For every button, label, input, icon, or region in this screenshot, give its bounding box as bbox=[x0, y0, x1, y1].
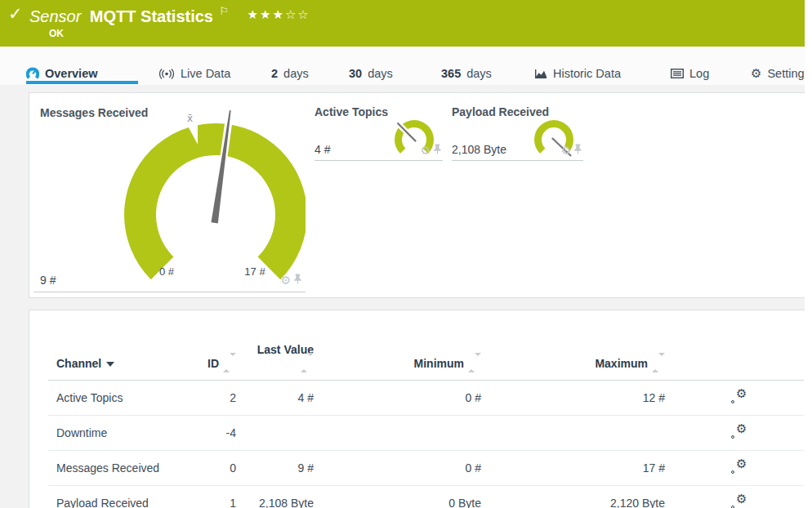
status-check-icon: ✓ bbox=[8, 4, 23, 24]
area-chart-icon bbox=[534, 69, 547, 79]
table-row[interactable]: Payload Received 1 2,108 Byte 0 Byte 2,1… bbox=[48, 486, 804, 508]
gear-icon: ⚙ bbox=[751, 66, 761, 81]
channel-gear-icon[interactable]: ⚙ bbox=[560, 145, 571, 156]
channel-gear-icon[interactable]: ⚙ bbox=[280, 274, 291, 286]
column-header-id[interactable]: ID bbox=[195, 343, 244, 381]
channel-minimum bbox=[322, 416, 489, 451]
gauge-max-label: 17 # bbox=[234, 265, 275, 278]
content-area: Messages Received x̄ 0 # 17 # 9 # ⚙ Acti… bbox=[0, 85, 812, 508]
channel-maximum: 2,120 Byte bbox=[489, 486, 673, 508]
channel-minimum: 0 # bbox=[322, 451, 489, 486]
channel-gear-icon[interactable]: ⚙ bbox=[420, 145, 431, 156]
channel-settings-icon[interactable]: ⚙ bbox=[730, 459, 747, 475]
sort-icon bbox=[652, 356, 665, 369]
column-header-channel[interactable]: Channel bbox=[48, 343, 195, 381]
sort-icon bbox=[301, 356, 314, 369]
channels-table: Channel ID Last Value Minimum Maximum Ac… bbox=[48, 343, 804, 508]
channel-name[interactable]: Payload Received bbox=[48, 486, 195, 508]
object-type-label: Sensor bbox=[29, 7, 81, 25]
flag-icon[interactable]: ⚐ bbox=[219, 5, 229, 17]
column-header-maximum[interactable]: Maximum bbox=[489, 343, 673, 381]
channel-name[interactable]: Active Topics bbox=[48, 381, 195, 416]
tab-settings[interactable]: ⚙ Settings bbox=[751, 65, 810, 82]
channel-name[interactable]: Downtime bbox=[48, 416, 195, 451]
messages-received-gauge bbox=[33, 98, 306, 287]
tab-bar: Overview Live Data 2 days 30 days 365 da… bbox=[0, 47, 805, 85]
sort-icon bbox=[223, 356, 236, 369]
channel-maximum: 12 # bbox=[489, 381, 673, 416]
gauge-current-value: 2,108 Byte bbox=[452, 143, 506, 156]
stars-empty[interactable]: ☆☆ bbox=[285, 7, 310, 22]
channel-settings-icon[interactable]: ⚙ bbox=[730, 424, 747, 439]
table-row[interactable]: Downtime -4 ⚙ bbox=[48, 416, 804, 451]
tab-historic-data[interactable]: Historic Data bbox=[534, 65, 621, 82]
average-marker-label: x̄ bbox=[187, 113, 193, 124]
gauge-tile-messages-received: Messages Received x̄ 0 # 17 # 9 # ⚙ bbox=[33, 98, 306, 292]
tab-live-data[interactable]: Live Data bbox=[158, 65, 230, 82]
column-header-actions bbox=[673, 343, 804, 381]
gauge-title: Messages Received bbox=[40, 106, 148, 119]
status-badge: OK bbox=[49, 28, 64, 39]
gauge-title: Active Topics bbox=[315, 105, 388, 118]
page-title: MQTT Statistics bbox=[90, 7, 213, 25]
broadcast-icon bbox=[158, 69, 175, 79]
scrollbar-track[interactable] bbox=[805, 0, 812, 508]
priority-stars[interactable]: ★★★☆☆ bbox=[248, 7, 310, 22]
pin-icon[interactable] bbox=[433, 143, 442, 158]
tab-overview[interactable]: Overview bbox=[26, 65, 98, 82]
gauge-min-label: 0 # bbox=[146, 265, 187, 278]
overview-gauges-panel: Messages Received x̄ 0 # 17 # 9 # ⚙ Acti… bbox=[29, 92, 812, 298]
active-tab-underline bbox=[26, 81, 138, 84]
pin-icon[interactable] bbox=[573, 143, 582, 158]
channel-minimum: 0 Byte bbox=[322, 486, 489, 508]
table-header-row: Channel ID Last Value Minimum Maximum bbox=[48, 343, 804, 381]
sort-icon bbox=[468, 356, 481, 369]
channel-last-value bbox=[244, 416, 322, 451]
channel-id: -4 bbox=[195, 416, 244, 451]
gauge-icon bbox=[26, 67, 39, 80]
table-row[interactable]: Active Topics 2 4 # 0 # 12 # ⚙ bbox=[48, 381, 804, 416]
tab-365-days[interactable]: 365 days bbox=[441, 65, 492, 82]
channel-id: 1 bbox=[195, 486, 244, 508]
sensor-title-line: Sensor MQTT Statistics ⚐ ★★★☆☆ bbox=[29, 5, 310, 26]
sort-desc-icon bbox=[106, 362, 114, 367]
gauge-tile-payload-received: Payload Received 2,108 Byte ⚙ bbox=[452, 105, 583, 161]
log-list-icon bbox=[671, 69, 684, 78]
channel-name[interactable]: Messages Received bbox=[48, 451, 195, 486]
column-header-last-value[interactable]: Last Value bbox=[244, 343, 322, 381]
channel-last-value: 2,108 Byte bbox=[244, 486, 322, 508]
channel-minimum: 0 # bbox=[322, 381, 489, 416]
channel-last-value: 4 # bbox=[244, 381, 322, 416]
tab-log[interactable]: Log bbox=[671, 65, 709, 82]
channel-id: 2 bbox=[195, 381, 244, 416]
channel-settings-icon[interactable]: ⚙ bbox=[730, 494, 747, 508]
channel-maximum: 17 # bbox=[489, 451, 673, 486]
gauge-current-value: 4 # bbox=[315, 143, 330, 156]
sensor-header-bar: ✓ Sensor MQTT Statistics ⚐ ★★★☆☆ OK bbox=[0, 0, 805, 47]
channel-maximum bbox=[489, 416, 673, 451]
channel-last-value: 9 # bbox=[244, 451, 322, 486]
pin-icon[interactable] bbox=[293, 273, 302, 287]
gauge-current-value: 9 # bbox=[40, 274, 56, 287]
table-row[interactable]: Messages Received 0 9 # 0 # 17 # ⚙ bbox=[48, 451, 804, 486]
stars-filled[interactable]: ★★★ bbox=[248, 7, 285, 22]
channel-settings-icon[interactable]: ⚙ bbox=[730, 389, 747, 404]
column-header-minimum[interactable]: Minimum bbox=[322, 343, 489, 381]
tab-30-days[interactable]: 30 days bbox=[349, 65, 393, 82]
tab-2-days[interactable]: 2 days bbox=[271, 65, 309, 82]
channels-table-panel: Channel ID Last Value Minimum Maximum Ac… bbox=[29, 310, 812, 508]
gauge-tile-active-topics: Active Topics 4 # ⚙ bbox=[315, 105, 443, 161]
channel-id: 0 bbox=[195, 451, 244, 486]
